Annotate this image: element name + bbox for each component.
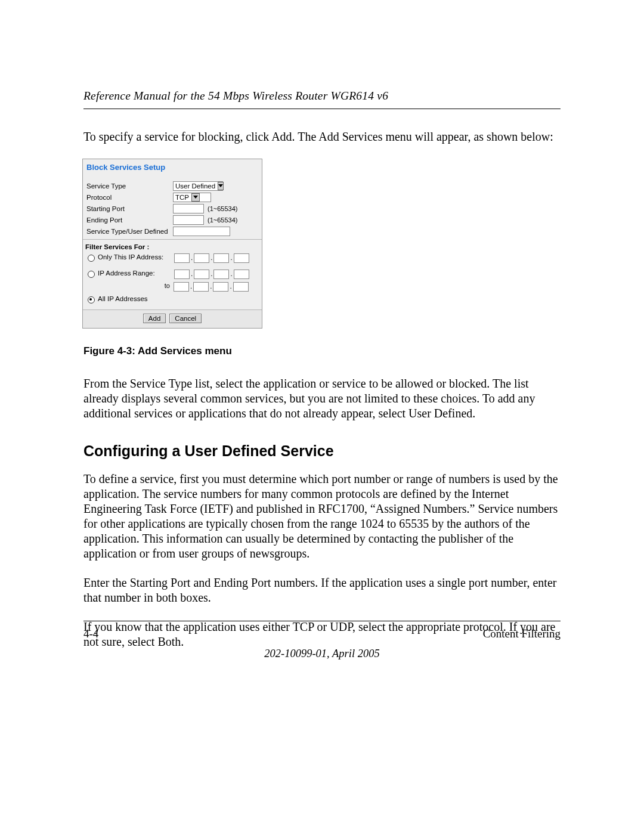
body-paragraph-1: To define a service, first you must dete… (83, 472, 561, 561)
add-button[interactable]: Add (143, 314, 166, 323)
dot-icon: . (230, 270, 233, 278)
label-user-defined: Service Type/User Defined (86, 228, 173, 235)
ip-oct-2[interactable] (194, 253, 209, 263)
radio-only-this-ip[interactable] (88, 255, 95, 262)
radio-all-ip[interactable] (88, 296, 95, 304)
chevron-down-icon (191, 193, 200, 202)
label-only-this-ip: Only This IP Address: (98, 253, 174, 261)
row-ip-range-to: to . . . (83, 281, 262, 293)
label-starting-port: Starting Port (86, 205, 173, 212)
ip-from-4[interactable] (234, 270, 249, 279)
radio-ip-range[interactable] (88, 271, 95, 278)
select-service-type[interactable]: User Defined (173, 181, 223, 191)
input-starting-port[interactable] (173, 204, 204, 213)
chevron-down-icon (218, 182, 224, 190)
footer-docinfo: 202-10099-01, April 2005 (83, 648, 561, 660)
ip-oct-1[interactable] (174, 253, 190, 263)
label-service-type: Service Type (86, 182, 173, 190)
button-row: Add Cancel (83, 309, 262, 328)
footer-page-number: 4-4 (83, 627, 98, 640)
ip-to-2[interactable] (193, 282, 209, 292)
ip-range-to-group: . . . (174, 282, 249, 292)
ip-range-from-group: . . . (174, 270, 249, 279)
intro-paragraph: To specify a service for blocking, click… (83, 129, 561, 144)
dot-icon: . (230, 254, 233, 262)
hint-ending-port: (1~65534) (208, 216, 237, 224)
select-protocol-value: TCP (175, 193, 189, 202)
dot-icon: . (209, 283, 212, 291)
ip-oct-3[interactable] (213, 253, 229, 263)
label-protocol: Protocol (86, 194, 173, 201)
section-heading: Configuring a User Defined Service (83, 442, 561, 460)
figure-caption: Figure 4-3: Add Services menu (83, 345, 561, 357)
label-ending-port: Ending Port (86, 216, 173, 224)
dot-icon: . (210, 254, 213, 262)
select-service-type-value: User Defined (175, 181, 215, 191)
ip-only-group: . . . (174, 253, 249, 263)
label-ip-range: IP Address Range: (98, 270, 174, 277)
row-starting-port: Starting Port (1~65534) (83, 203, 262, 214)
dot-icon: . (210, 270, 213, 278)
row-protocol: Protocol TCP (83, 191, 262, 203)
dot-icon: . (190, 270, 193, 278)
running-head: Reference Manual for the 54 Mbps Wireles… (83, 89, 561, 109)
ip-to-1[interactable] (174, 282, 189, 292)
screenshot-block-services-setup: Block Services Setup Service Type User D… (82, 159, 262, 329)
footer-section-name: Content Filtering (483, 627, 561, 640)
row-ip-range: IP Address Range: . . . (83, 265, 262, 281)
filter-services-heading: Filter Services For : (83, 241, 262, 252)
row-all-ip: All IP Addresses (83, 293, 262, 307)
row-ending-port: Ending Port (1~65534) (83, 214, 262, 225)
divider (83, 239, 262, 240)
dot-icon: . (190, 283, 193, 291)
row-service-type: Service Type User Defined (83, 180, 262, 191)
screenshot-title: Block Services Setup (83, 159, 262, 180)
hint-starting-port: (1~65534) (208, 205, 237, 212)
label-all-ip: All IP Addresses (98, 295, 174, 302)
document-page: Reference Manual for the 54 Mbps Wireles… (0, 0, 644, 833)
ip-from-2[interactable] (194, 270, 209, 279)
row-user-defined: Service Type/User Defined (83, 225, 262, 237)
dot-icon: . (190, 254, 193, 262)
row-only-this-ip: Only This IP Address: . . . (83, 252, 262, 265)
ip-oct-4[interactable] (234, 253, 249, 263)
input-user-defined[interactable] (173, 227, 230, 236)
ip-from-1[interactable] (174, 270, 190, 279)
cancel-button[interactable]: Cancel (169, 314, 202, 323)
body-paragraph-2: Enter the Starting Port and Ending Port … (83, 575, 561, 605)
label-to: to (86, 282, 174, 289)
footer-rule (83, 621, 561, 621)
ip-to-3[interactable] (213, 282, 228, 292)
ip-to-4[interactable] (233, 282, 249, 292)
ip-from-3[interactable] (213, 270, 229, 279)
select-protocol[interactable]: TCP (173, 193, 211, 202)
paragraph-after-figure: From the Service Type list, select the a… (83, 376, 561, 421)
page-footer: 4-4 Content Filtering 202-10099-01, Apri… (83, 621, 561, 660)
input-ending-port[interactable] (173, 215, 204, 225)
dot-icon: . (229, 283, 232, 291)
